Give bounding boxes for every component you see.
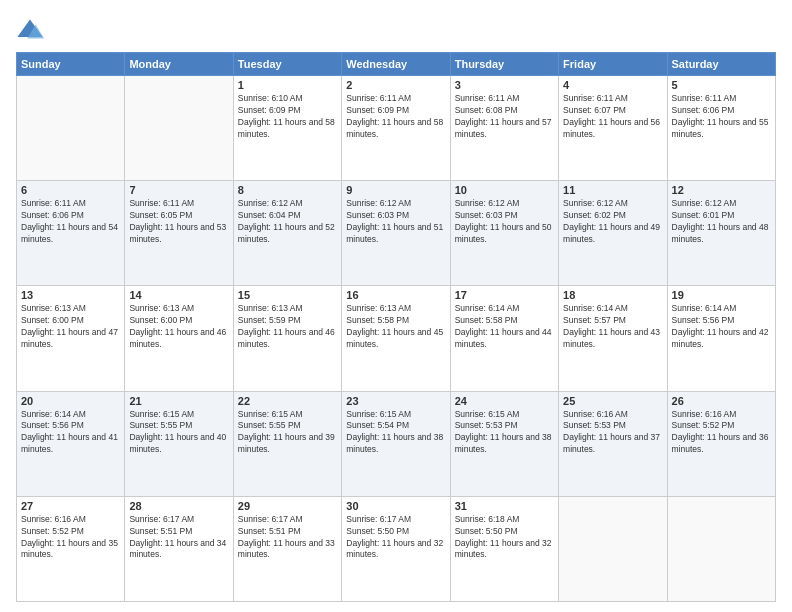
cell-content: Sunrise: 6:17 AM Sunset: 5:50 PM Dayligh… xyxy=(346,514,445,562)
day-number: 13 xyxy=(21,289,120,301)
day-number: 12 xyxy=(672,184,771,196)
day-number: 4 xyxy=(563,79,662,91)
cell-content: Sunrise: 6:11 AM Sunset: 6:06 PM Dayligh… xyxy=(21,198,120,246)
day-number: 3 xyxy=(455,79,554,91)
calendar-cell: 3Sunrise: 6:11 AM Sunset: 6:08 PM Daylig… xyxy=(450,76,558,181)
calendar-cell: 2Sunrise: 6:11 AM Sunset: 6:09 PM Daylig… xyxy=(342,76,450,181)
calendar-cell: 17Sunrise: 6:14 AM Sunset: 5:58 PM Dayli… xyxy=(450,286,558,391)
cell-content: Sunrise: 6:16 AM Sunset: 5:52 PM Dayligh… xyxy=(21,514,120,562)
calendar-cell: 10Sunrise: 6:12 AM Sunset: 6:03 PM Dayli… xyxy=(450,181,558,286)
cell-content: Sunrise: 6:12 AM Sunset: 6:02 PM Dayligh… xyxy=(563,198,662,246)
cell-content: Sunrise: 6:11 AM Sunset: 6:08 PM Dayligh… xyxy=(455,93,554,141)
calendar-cell: 25Sunrise: 6:16 AM Sunset: 5:53 PM Dayli… xyxy=(559,391,667,496)
day-number: 19 xyxy=(672,289,771,301)
day-number: 21 xyxy=(129,395,228,407)
day-number: 22 xyxy=(238,395,337,407)
calendar-week-row: 20Sunrise: 6:14 AM Sunset: 5:56 PM Dayli… xyxy=(17,391,776,496)
cell-content: Sunrise: 6:17 AM Sunset: 5:51 PM Dayligh… xyxy=(238,514,337,562)
calendar-header-row: SundayMondayTuesdayWednesdayThursdayFrid… xyxy=(17,53,776,76)
day-number: 26 xyxy=(672,395,771,407)
day-number: 28 xyxy=(129,500,228,512)
calendar-cell xyxy=(17,76,125,181)
cell-content: Sunrise: 6:11 AM Sunset: 6:06 PM Dayligh… xyxy=(672,93,771,141)
calendar-week-row: 1Sunrise: 6:10 AM Sunset: 6:09 PM Daylig… xyxy=(17,76,776,181)
calendar-week-row: 6Sunrise: 6:11 AM Sunset: 6:06 PM Daylig… xyxy=(17,181,776,286)
day-number: 29 xyxy=(238,500,337,512)
calendar-cell: 6Sunrise: 6:11 AM Sunset: 6:06 PM Daylig… xyxy=(17,181,125,286)
day-number: 6 xyxy=(21,184,120,196)
calendar-cell: 22Sunrise: 6:15 AM Sunset: 5:55 PM Dayli… xyxy=(233,391,341,496)
cell-content: Sunrise: 6:12 AM Sunset: 6:03 PM Dayligh… xyxy=(455,198,554,246)
calendar-cell: 23Sunrise: 6:15 AM Sunset: 5:54 PM Dayli… xyxy=(342,391,450,496)
calendar-cell: 24Sunrise: 6:15 AM Sunset: 5:53 PM Dayli… xyxy=(450,391,558,496)
cell-content: Sunrise: 6:13 AM Sunset: 6:00 PM Dayligh… xyxy=(129,303,228,351)
calendar-cell xyxy=(667,496,775,601)
day-number: 16 xyxy=(346,289,445,301)
page: SundayMondayTuesdayWednesdayThursdayFrid… xyxy=(0,0,792,612)
calendar-cell: 7Sunrise: 6:11 AM Sunset: 6:05 PM Daylig… xyxy=(125,181,233,286)
cell-content: Sunrise: 6:17 AM Sunset: 5:51 PM Dayligh… xyxy=(129,514,228,562)
day-number: 30 xyxy=(346,500,445,512)
cell-content: Sunrise: 6:12 AM Sunset: 6:04 PM Dayligh… xyxy=(238,198,337,246)
calendar-cell: 30Sunrise: 6:17 AM Sunset: 5:50 PM Dayli… xyxy=(342,496,450,601)
day-header-wednesday: Wednesday xyxy=(342,53,450,76)
calendar-cell: 1Sunrise: 6:10 AM Sunset: 6:09 PM Daylig… xyxy=(233,76,341,181)
day-number: 27 xyxy=(21,500,120,512)
calendar-cell: 11Sunrise: 6:12 AM Sunset: 6:02 PM Dayli… xyxy=(559,181,667,286)
calendar-cell: 27Sunrise: 6:16 AM Sunset: 5:52 PM Dayli… xyxy=(17,496,125,601)
day-number: 25 xyxy=(563,395,662,407)
calendar-cell: 18Sunrise: 6:14 AM Sunset: 5:57 PM Dayli… xyxy=(559,286,667,391)
cell-content: Sunrise: 6:13 AM Sunset: 5:59 PM Dayligh… xyxy=(238,303,337,351)
calendar-cell: 13Sunrise: 6:13 AM Sunset: 6:00 PM Dayli… xyxy=(17,286,125,391)
calendar-cell: 16Sunrise: 6:13 AM Sunset: 5:58 PM Dayli… xyxy=(342,286,450,391)
day-number: 17 xyxy=(455,289,554,301)
calendar-cell xyxy=(559,496,667,601)
day-number: 9 xyxy=(346,184,445,196)
cell-content: Sunrise: 6:11 AM Sunset: 6:07 PM Dayligh… xyxy=(563,93,662,141)
calendar-cell: 29Sunrise: 6:17 AM Sunset: 5:51 PM Dayli… xyxy=(233,496,341,601)
calendar-cell xyxy=(125,76,233,181)
cell-content: Sunrise: 6:16 AM Sunset: 5:52 PM Dayligh… xyxy=(672,409,771,457)
cell-content: Sunrise: 6:14 AM Sunset: 5:56 PM Dayligh… xyxy=(672,303,771,351)
calendar-cell: 9Sunrise: 6:12 AM Sunset: 6:03 PM Daylig… xyxy=(342,181,450,286)
cell-content: Sunrise: 6:15 AM Sunset: 5:53 PM Dayligh… xyxy=(455,409,554,457)
day-number: 7 xyxy=(129,184,228,196)
cell-content: Sunrise: 6:14 AM Sunset: 5:57 PM Dayligh… xyxy=(563,303,662,351)
day-header-friday: Friday xyxy=(559,53,667,76)
day-header-tuesday: Tuesday xyxy=(233,53,341,76)
cell-content: Sunrise: 6:11 AM Sunset: 6:05 PM Dayligh… xyxy=(129,198,228,246)
calendar-cell: 5Sunrise: 6:11 AM Sunset: 6:06 PM Daylig… xyxy=(667,76,775,181)
calendar-cell: 31Sunrise: 6:18 AM Sunset: 5:50 PM Dayli… xyxy=(450,496,558,601)
day-number: 20 xyxy=(21,395,120,407)
logo xyxy=(16,16,48,44)
cell-content: Sunrise: 6:12 AM Sunset: 6:01 PM Dayligh… xyxy=(672,198,771,246)
day-number: 5 xyxy=(672,79,771,91)
calendar-cell: 14Sunrise: 6:13 AM Sunset: 6:00 PM Dayli… xyxy=(125,286,233,391)
calendar-cell: 20Sunrise: 6:14 AM Sunset: 5:56 PM Dayli… xyxy=(17,391,125,496)
day-number: 23 xyxy=(346,395,445,407)
day-number: 18 xyxy=(563,289,662,301)
day-number: 14 xyxy=(129,289,228,301)
cell-content: Sunrise: 6:18 AM Sunset: 5:50 PM Dayligh… xyxy=(455,514,554,562)
day-number: 24 xyxy=(455,395,554,407)
day-header-thursday: Thursday xyxy=(450,53,558,76)
calendar-week-row: 27Sunrise: 6:16 AM Sunset: 5:52 PM Dayli… xyxy=(17,496,776,601)
logo-icon xyxy=(16,16,44,44)
day-number: 31 xyxy=(455,500,554,512)
cell-content: Sunrise: 6:13 AM Sunset: 5:58 PM Dayligh… xyxy=(346,303,445,351)
cell-content: Sunrise: 6:12 AM Sunset: 6:03 PM Dayligh… xyxy=(346,198,445,246)
cell-content: Sunrise: 6:14 AM Sunset: 5:56 PM Dayligh… xyxy=(21,409,120,457)
calendar-week-row: 13Sunrise: 6:13 AM Sunset: 6:00 PM Dayli… xyxy=(17,286,776,391)
calendar-table: SundayMondayTuesdayWednesdayThursdayFrid… xyxy=(16,52,776,602)
calendar-cell: 26Sunrise: 6:16 AM Sunset: 5:52 PM Dayli… xyxy=(667,391,775,496)
cell-content: Sunrise: 6:13 AM Sunset: 6:00 PM Dayligh… xyxy=(21,303,120,351)
day-number: 11 xyxy=(563,184,662,196)
calendar-cell: 21Sunrise: 6:15 AM Sunset: 5:55 PM Dayli… xyxy=(125,391,233,496)
cell-content: Sunrise: 6:14 AM Sunset: 5:58 PM Dayligh… xyxy=(455,303,554,351)
cell-content: Sunrise: 6:10 AM Sunset: 6:09 PM Dayligh… xyxy=(238,93,337,141)
cell-content: Sunrise: 6:11 AM Sunset: 6:09 PM Dayligh… xyxy=(346,93,445,141)
cell-content: Sunrise: 6:16 AM Sunset: 5:53 PM Dayligh… xyxy=(563,409,662,457)
calendar-cell: 28Sunrise: 6:17 AM Sunset: 5:51 PM Dayli… xyxy=(125,496,233,601)
cell-content: Sunrise: 6:15 AM Sunset: 5:55 PM Dayligh… xyxy=(129,409,228,457)
day-header-monday: Monday xyxy=(125,53,233,76)
